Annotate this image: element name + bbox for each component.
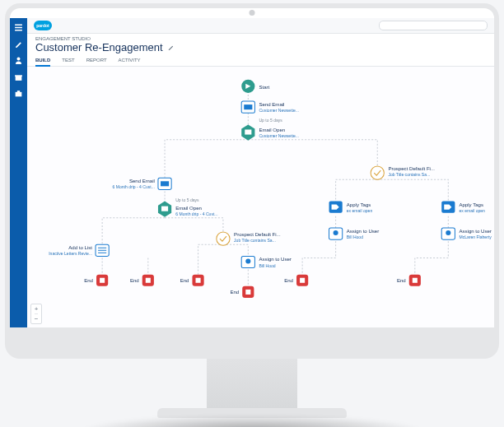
- node-email-open-1[interactable]: Up to 5 days Email Open Customer Newsett…: [241, 118, 299, 140]
- node-prospect-default-2[interactable]: Prospect Default Fi... Job Title contain…: [371, 166, 435, 179]
- svg-rect-17: [161, 181, 169, 186]
- zoom-out-button[interactable]: −: [35, 313, 39, 323]
- svg-text:ex email open: ex email open: [459, 208, 485, 213]
- search-input[interactable]: [379, 21, 488, 30]
- svg-rect-53: [100, 278, 105, 283]
- svg-point-28: [217, 232, 230, 245]
- svg-text:Apply Tags: Apply Tags: [347, 202, 371, 207]
- camera-dot: [250, 10, 255, 16]
- svg-text:ex email open: ex email open: [347, 208, 373, 213]
- svg-text:End: End: [284, 278, 293, 283]
- svg-text:6 Month drip - 4 Cust...: 6 Month drip - 4 Cust...: [175, 211, 217, 216]
- node-end-3[interactable]: End: [180, 275, 204, 286]
- svg-rect-8: [244, 104, 252, 109]
- node-end-6[interactable]: End: [397, 275, 421, 286]
- node-start[interactable]: Start: [241, 80, 269, 93]
- svg-text:Prospect Default Fi...: Prospect Default Fi...: [234, 232, 281, 237]
- user-icon[interactable]: [14, 56, 23, 65]
- node-assign-user-3[interactable]: Assign to User McLaren Flaherty: [441, 228, 492, 239]
- svg-point-0: [17, 58, 21, 61]
- node-add-to-list[interactable]: Add to List Inactive Letters Revie...: [49, 244, 109, 256]
- node-email-open-2[interactable]: Up to 5 days Email Open 6 Month drip - 4…: [158, 197, 218, 217]
- svg-text:Up to 5 days: Up to 5 days: [259, 118, 282, 123]
- top-bar: pardot: [27, 18, 494, 34]
- svg-text:End: End: [130, 278, 139, 283]
- svg-rect-59: [196, 278, 201, 283]
- left-nav-rail: [10, 18, 27, 327]
- node-end-4[interactable]: End: [230, 286, 254, 298]
- svg-rect-1: [16, 76, 22, 81]
- main-area: pardot ENGAGEMENT STUDIO Customer Re-Eng…: [27, 18, 494, 327]
- svg-text:Up to 5 days: Up to 5 days: [175, 197, 199, 202]
- svg-text:Job Title contains Sa...: Job Title contains Sa...: [388, 172, 430, 177]
- page-title-text: Customer Re-Engagement: [35, 41, 163, 53]
- monitor-stand-column: [207, 359, 297, 408]
- svg-text:Email Open: Email Open: [259, 128, 285, 132]
- node-end-2[interactable]: End: [130, 275, 154, 286]
- tab-activity[interactable]: ACTIVITY: [119, 55, 141, 66]
- node-apply-tags-2[interactable]: Apply Tags ex email open: [441, 202, 485, 213]
- svg-text:Add to List: Add to List: [68, 245, 92, 250]
- node-prospect-default-1[interactable]: Prospect Default Fi... Job Title contain…: [217, 232, 281, 245]
- app-screen: pardot ENGAGEMENT STUDIO Customer Re-Eng…: [10, 18, 494, 327]
- node-end-5[interactable]: End: [284, 275, 308, 286]
- svg-text:Assign to User: Assign to User: [259, 257, 291, 262]
- svg-point-42: [334, 230, 338, 235]
- svg-text:Assign to User: Assign to User: [347, 229, 379, 234]
- zoom-in-button[interactable]: +: [35, 304, 39, 313]
- monitor-shadow: [79, 415, 425, 427]
- tab-build[interactable]: BUILD: [35, 55, 50, 67]
- svg-text:Customer Newsette...: Customer Newsette...: [259, 133, 299, 138]
- node-assign-user-1[interactable]: Assign to User Bill Hood: [241, 256, 292, 267]
- flow-diagram: Start Send Email Customer Newsette... Up…: [27, 67, 494, 327]
- svg-text:Customer Newsette...: Customer Newsette...: [259, 108, 299, 113]
- tab-bar: BUILD TEST REPORT ACTIVITY: [27, 55, 494, 67]
- svg-rect-22: [161, 207, 168, 211]
- salesforce-logo: pardot: [34, 21, 52, 30]
- svg-text:Inactive Letters Revie...: Inactive Letters Revie...: [49, 251, 92, 256]
- svg-text:Start: Start: [259, 85, 269, 90]
- svg-text:McLaren Flaherty: McLaren Flaherty: [459, 234, 492, 239]
- zoom-control: + −: [30, 304, 42, 324]
- svg-text:Assign to User: Assign to User: [459, 229, 491, 234]
- edit-title-icon[interactable]: [167, 44, 175, 51]
- svg-point-49: [446, 230, 450, 235]
- page-title: Customer Re-Engagement: [27, 41, 494, 55]
- svg-text:6 Month drip - 4 Cust...: 6 Month drip - 4 Cust...: [113, 184, 155, 189]
- node-send-email-2[interactable]: Send Email 6 Month drip - 4 Cust...: [113, 178, 172, 189]
- svg-text:Bill Hood: Bill Hood: [347, 234, 363, 239]
- tab-report[interactable]: REPORT: [86, 55, 107, 66]
- tab-test[interactable]: TEST: [62, 55, 74, 66]
- svg-text:End: End: [230, 290, 239, 295]
- briefcase-icon[interactable]: [14, 89, 23, 98]
- svg-point-32: [245, 258, 250, 263]
- svg-text:Apply Tags: Apply Tags: [459, 202, 483, 207]
- node-send-email-1[interactable]: Send Email Customer Newsette...: [241, 101, 299, 113]
- node-apply-tags-1[interactable]: Apply Tags ex email open: [329, 202, 373, 213]
- edit-icon[interactable]: [14, 39, 23, 49]
- svg-text:Job Title contains Sa...: Job Title contains Sa...: [234, 238, 276, 243]
- menu-icon[interactable]: [14, 23, 23, 32]
- svg-text:Email Open: Email Open: [175, 206, 202, 211]
- svg-rect-2: [15, 75, 22, 77]
- svg-text:Send Email: Send Email: [259, 102, 284, 107]
- breadcrumb: ENGAGEMENT STUDIO: [27, 34, 494, 41]
- svg-rect-65: [300, 278, 305, 283]
- gift-icon[interactable]: [14, 72, 23, 81]
- svg-rect-4: [17, 91, 20, 92]
- svg-rect-68: [413, 278, 418, 283]
- svg-rect-13: [245, 129, 251, 134]
- svg-text:End: End: [180, 278, 189, 283]
- node-assign-user-2[interactable]: Assign to User Bill Hood: [329, 228, 380, 239]
- flow-canvas[interactable]: Start Send Email Customer Newsette... Up…: [27, 67, 494, 327]
- svg-rect-62: [245, 290, 250, 295]
- monitor-bezel: pardot ENGAGEMENT STUDIO Customer Re-Eng…: [5, 3, 499, 332]
- svg-text:Bill Hood: Bill Hood: [259, 263, 275, 268]
- svg-point-35: [371, 166, 384, 179]
- svg-rect-56: [146, 278, 151, 283]
- svg-rect-3: [16, 92, 22, 97]
- monitor-chin: [5, 332, 499, 359]
- node-end-1[interactable]: End: [84, 275, 108, 286]
- svg-text:End: End: [84, 278, 93, 283]
- svg-text:Send Email: Send Email: [129, 179, 155, 183]
